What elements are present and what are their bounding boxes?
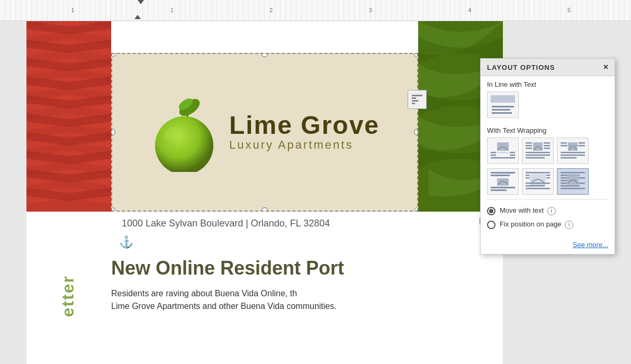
- wrapping-icons-row2: [481, 168, 615, 199]
- panel-divider: [487, 199, 608, 199]
- document-title: New Online Resident Port: [111, 257, 461, 279]
- logo-content: Lime Grove Luxury Apartments: [150, 93, 380, 172]
- layout-icon-in-front[interactable]: [557, 168, 589, 195]
- svg-rect-59: [561, 154, 585, 156]
- svg-rect-67: [491, 189, 507, 191]
- svg-rect-52: [526, 157, 545, 159]
- svg-rect-37: [491, 152, 496, 153]
- layout-icon-through[interactable]: [557, 138, 589, 164]
- svg-rect-34: [492, 109, 510, 111]
- svg-rect-57: [578, 145, 585, 147]
- handle-tm[interactable]: [262, 53, 268, 57]
- radio-move-label: Move with text i: [500, 206, 556, 215]
- layout-icon-inline[interactable]: [487, 92, 519, 118]
- handle-tl[interactable]: [111, 53, 115, 57]
- svg-rect-66: [491, 187, 515, 188]
- document-body: New Online Resident Port Residents are r…: [111, 257, 461, 313]
- inline-icons-row: [481, 92, 615, 122]
- handle-bm[interactable]: [262, 207, 268, 212]
- svg-rect-75: [526, 185, 545, 187]
- svg-rect-54: [561, 142, 567, 144]
- logo-text-group: Lime Grove Luxury Apartments: [229, 113, 380, 152]
- svg-rect-82: [561, 185, 580, 187]
- svg-rect-33: [492, 106, 514, 107]
- svg-rect-77: [561, 172, 585, 174]
- document-area: Lime Grove Luxury Apartments: [0, 21, 631, 364]
- ruler: 1 1 2 3 4 5: [0, 0, 631, 21]
- svg-rect-51: [526, 154, 550, 156]
- svg-rect-70: [526, 175, 529, 176]
- handle-ml[interactable]: [111, 129, 115, 135]
- svg-rect-39: [510, 152, 515, 153]
- svg-rect-45: [544, 142, 550, 144]
- svg-rect-65: [497, 178, 509, 186]
- svg-rect-41: [510, 154, 515, 156]
- svg-rect-55: [579, 142, 585, 144]
- svg-rect-58: [561, 152, 585, 153]
- svg-rect-49: [544, 148, 550, 149]
- svg-rect-29: [412, 97, 416, 99]
- svg-rect-47: [544, 145, 550, 147]
- svg-rect-44: [526, 142, 532, 144]
- svg-rect-31: [412, 103, 415, 104]
- document-body-text: Residents are raving about Buena Vida On…: [111, 287, 461, 300]
- panel-title: LAYOUT OPTIONS: [487, 63, 555, 71]
- document-body-text2: Lime Grove Apartments and other Buena Vi…: [111, 300, 461, 313]
- handle-tr[interactable]: [414, 53, 418, 57]
- svg-rect-32: [491, 95, 515, 103]
- svg-rect-50: [526, 152, 550, 153]
- layout-options-panel: LAYOUT OPTIONS × In Line with Text With …: [480, 58, 615, 254]
- svg-rect-42: [491, 157, 515, 159]
- svg-rect-30: [412, 100, 418, 102]
- radio-fix-position[interactable]: Fix position on page i: [487, 220, 608, 229]
- body-text-line2: Lime Grove Apartments and other Buena Vi…: [111, 302, 337, 311]
- svg-point-25: [155, 116, 213, 172]
- svg-rect-72: [526, 177, 529, 179]
- handle-bl[interactable]: [111, 207, 115, 212]
- svg-rect-40: [491, 154, 496, 156]
- layout-options-button[interactable]: [408, 90, 427, 109]
- svg-rect-63: [491, 172, 515, 174]
- sidebar-vertical-text: etter: [58, 275, 78, 317]
- svg-rect-60: [561, 157, 576, 159]
- svg-rect-73: [546, 177, 550, 179]
- address-text: 1000 Lake Sylvan Boulevard | Orlando, FL…: [122, 218, 330, 229]
- body-text-line1: Residents are raving about Buena Vida On…: [111, 289, 297, 298]
- layout-icon-square[interactable]: [487, 138, 519, 164]
- svg-rect-68: [530, 174, 546, 186]
- layout-icon-top-bottom[interactable]: [487, 168, 519, 195]
- svg-rect-76: [526, 188, 550, 189]
- layout-icon-tight[interactable]: [522, 138, 554, 164]
- panel-close-button[interactable]: ×: [603, 63, 608, 71]
- svg-rect-74: [526, 183, 550, 184]
- svg-rect-28: [412, 95, 422, 96]
- wrapping-icons-row1: [481, 138, 615, 168]
- svg-rect-48: [526, 148, 532, 149]
- logo-name: Lime Grove: [229, 113, 380, 138]
- layout-btn-icon: [411, 93, 423, 106]
- svg-rect-62: [574, 145, 578, 146]
- svg-rect-35: [492, 112, 512, 114]
- document-page: Lime Grove Luxury Apartments: [26, 21, 503, 364]
- svg-rect-38: [497, 152, 509, 153]
- header-left-pattern: [26, 21, 111, 212]
- fix-info-icon[interactable]: i: [565, 221, 573, 229]
- svg-rect-64: [491, 175, 510, 176]
- layout-icon-behind[interactable]: [522, 168, 554, 195]
- anchor-icon: ⚓: [119, 235, 133, 249]
- handle-mr[interactable]: [414, 129, 418, 135]
- radio-move-with-text[interactable]: Move with text i: [487, 206, 608, 215]
- lime-illustration: [150, 93, 219, 172]
- header-logo-image[interactable]: Lime Grove Luxury Apartments: [111, 53, 418, 212]
- handle-br[interactable]: [414, 207, 418, 212]
- position-radio-group: Move with text i Fix position on page i: [481, 204, 615, 238]
- radio-fix-circle[interactable]: [487, 221, 495, 229]
- svg-rect-83: [561, 188, 585, 189]
- logo-subtitle: Luxury Apartments: [229, 138, 380, 152]
- move-info-icon[interactable]: i: [547, 207, 556, 215]
- address-bar: 1000 Lake Sylvan Boulevard | Orlando, FL…: [111, 212, 418, 235]
- radio-fix-label: Fix position on page i: [500, 220, 573, 229]
- radio-move-circle[interactable]: [487, 207, 495, 215]
- see-more-link[interactable]: See more...: [481, 238, 615, 254]
- panel-header: LAYOUT OPTIONS ×: [481, 59, 615, 76]
